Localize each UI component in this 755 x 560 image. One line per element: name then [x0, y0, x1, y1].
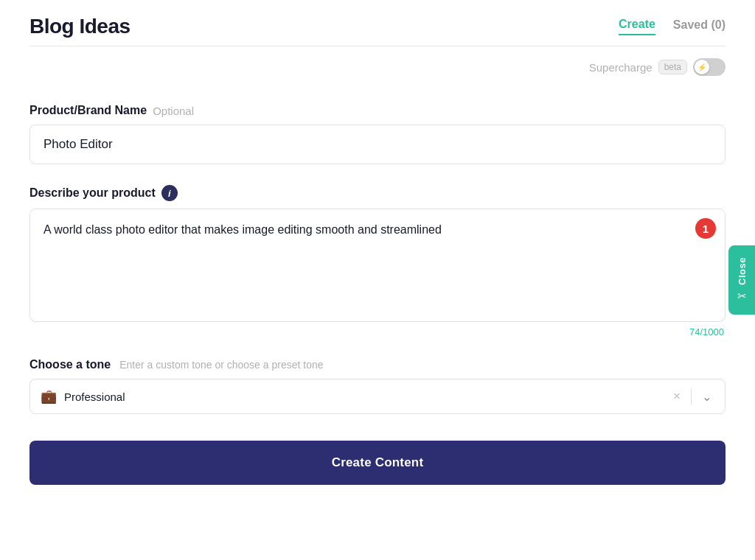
- tab-saved[interactable]: Saved (0): [673, 18, 726, 35]
- tab-create[interactable]: Create: [619, 18, 655, 35]
- tone-clear-button[interactable]: ×: [670, 389, 683, 404]
- tone-label: Choose a tone Enter a custom tone or cho…: [29, 358, 726, 371]
- page-title: Blog Ideas: [29, 15, 131, 38]
- create-content-button[interactable]: Create Content: [29, 441, 726, 485]
- toggle-knob: ⚡: [695, 60, 709, 74]
- supercharge-toggle[interactable]: ⚡: [693, 58, 726, 76]
- product-brand-section: Product/Brand Name Optional: [29, 104, 726, 164]
- header-nav: Create Saved (0): [619, 18, 726, 35]
- describe-textarea-wrapper: A <span class="underline-red">world clas…: [29, 209, 726, 322]
- beta-badge: beta: [658, 60, 687, 74]
- info-icon[interactable]: i: [161, 185, 178, 201]
- close-tab-label: Close: [737, 257, 748, 285]
- describe-label: Describe your product i: [29, 185, 726, 201]
- tone-section: Choose a tone Enter a custom tone or cho…: [29, 358, 726, 414]
- describe-label-text: Describe your product: [29, 186, 156, 200]
- tone-value: Professional: [64, 391, 663, 403]
- tone-label-text: Choose a tone: [29, 358, 111, 371]
- product-brand-input[interactable]: [29, 125, 726, 164]
- chevron-down-icon[interactable]: ⌄: [699, 390, 714, 404]
- describe-section: Describe your product i A <span class="u…: [29, 185, 726, 337]
- optional-text: Optional: [153, 105, 194, 117]
- notification-badge: 1: [695, 218, 716, 239]
- supercharge-label: Supercharge: [589, 61, 653, 74]
- tone-icon: 💼: [41, 388, 57, 405]
- tone-divider: [691, 388, 692, 405]
- close-tab[interactable]: Close ✂: [728, 245, 755, 315]
- scissors-icon: ✂: [737, 290, 747, 303]
- describe-textarea[interactable]: A <span class="underline-red">world clas…: [30, 209, 725, 318]
- bolt-icon: ⚡: [697, 63, 706, 71]
- char-count: 74/1000: [29, 326, 726, 337]
- header: Blog Ideas Create Saved (0): [29, 0, 726, 46]
- supercharge-bar: Supercharge beta ⚡: [29, 46, 726, 83]
- tone-hint: Enter a custom tone or choose a preset t…: [119, 359, 323, 371]
- product-brand-label: Product/Brand Name Optional: [29, 104, 726, 117]
- product-brand-label-text: Product/Brand Name: [29, 104, 147, 117]
- tone-select[interactable]: 💼 Professional × ⌄: [29, 379, 726, 414]
